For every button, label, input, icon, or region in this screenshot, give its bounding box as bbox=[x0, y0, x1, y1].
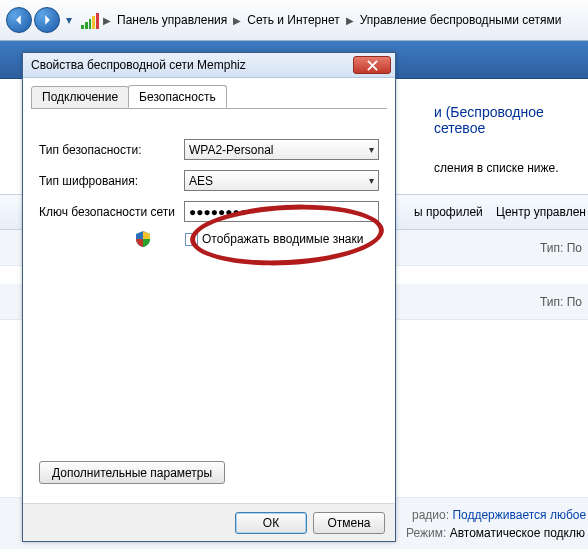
nav-forward-button[interactable] bbox=[34, 7, 60, 33]
show-characters-label: Отображать вводимые знаки bbox=[202, 232, 363, 246]
encryption-type-label: Тип шифрования: bbox=[39, 174, 184, 188]
crumb-control-panel[interactable]: Панель управления bbox=[111, 13, 233, 27]
chevron-down-icon: ▾ bbox=[369, 175, 374, 186]
dialog-title: Свойства беспроводной сети Memphiz bbox=[31, 58, 246, 72]
details-mode: Режим: Автоматическое подклю bbox=[406, 526, 585, 540]
tab-security[interactable]: Безопасность bbox=[128, 85, 227, 108]
network-key-label: Ключ безопасности сети bbox=[39, 205, 184, 219]
uac-shield-icon bbox=[135, 231, 151, 247]
address-bar: ▾ ▶ Панель управления ▶ Сеть и Интернет … bbox=[0, 0, 588, 41]
nav-history-dropdown[interactable]: ▾ bbox=[62, 12, 76, 28]
advanced-settings-button[interactable]: Дополнительные параметры bbox=[39, 461, 225, 484]
security-type-select[interactable]: WPA2-Personal ▾ bbox=[184, 139, 379, 160]
security-type-label: Тип безопасности: bbox=[39, 143, 184, 157]
page-title: и (Беспроводное сетевое bbox=[434, 104, 588, 136]
network-type-label: Тип: По bbox=[540, 295, 582, 309]
nav-back-button[interactable] bbox=[6, 7, 32, 33]
chevron-right-icon: ▶ bbox=[233, 15, 241, 26]
chevron-down-icon: ▾ bbox=[369, 144, 374, 155]
details-radio: радио: Поддерживается любое bbox=[412, 508, 586, 522]
dialog-footer: ОК Отмена bbox=[23, 503, 395, 541]
tab-connection[interactable]: Подключение bbox=[31, 86, 129, 109]
network-key-input[interactable]: ●●●●●●●● bbox=[184, 201, 379, 222]
close-icon bbox=[367, 60, 378, 71]
chevron-right-icon: ▶ bbox=[346, 15, 354, 26]
toolbar-item-center[interactable]: Центр управлен bbox=[496, 205, 586, 219]
page-description: сления в списке ниже. bbox=[434, 161, 559, 175]
wireless-signal-icon bbox=[81, 11, 99, 29]
chevron-right-icon: ▶ bbox=[103, 15, 111, 26]
toolbar-item-profiles[interactable]: ы профилей bbox=[414, 205, 483, 219]
encryption-type-select[interactable]: AES ▾ bbox=[184, 170, 379, 191]
cancel-button[interactable]: Отмена bbox=[313, 512, 385, 534]
breadcrumb[interactable]: Панель управления ▶ Сеть и Интернет ▶ Уп… bbox=[111, 0, 567, 40]
wireless-properties-dialog: Свойства беспроводной сети Memphiz Подкл… bbox=[22, 52, 396, 542]
close-button[interactable] bbox=[353, 56, 391, 74]
dialog-titlebar[interactable]: Свойства беспроводной сети Memphiz bbox=[23, 53, 395, 78]
crumb-manage-wireless[interactable]: Управление беспроводными сетями bbox=[354, 13, 568, 27]
dialog-tabs: Подключение Безопасность bbox=[31, 85, 387, 109]
security-form: Тип безопасности: WPA2-Personal ▾ Тип ши… bbox=[31, 109, 387, 254]
show-characters-checkbox[interactable] bbox=[185, 233, 198, 246]
ok-button[interactable]: ОК bbox=[235, 512, 307, 534]
crumb-network-internet[interactable]: Сеть и Интернет bbox=[241, 13, 345, 27]
network-type-label: Тип: По bbox=[540, 241, 582, 255]
